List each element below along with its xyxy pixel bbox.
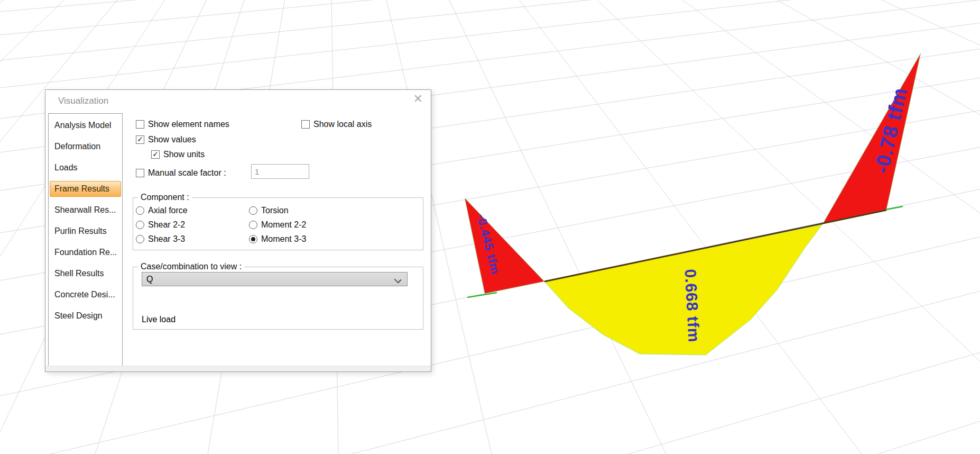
case-description: Live load xyxy=(142,315,175,324)
check-icon: ✓ xyxy=(152,150,159,158)
torsion-row: Torsion xyxy=(249,206,289,215)
moment-3-3-radio[interactable] xyxy=(249,235,257,243)
show-local-axis-row: ✓ Show local axis xyxy=(301,120,372,129)
manual-scale-factor-checkbox[interactable]: ✓ xyxy=(136,169,144,177)
dialog-title: Visualization xyxy=(58,96,108,106)
close-icon[interactable]: ✕ xyxy=(413,93,423,105)
show-element-names-label: Show element names xyxy=(148,120,229,129)
torsion-label: Torsion xyxy=(261,206,289,215)
moment-3-3-label: Moment 3-3 xyxy=(261,234,306,244)
show-units-checkbox[interactable]: ✓ xyxy=(151,150,160,159)
component-group-label: Component : xyxy=(138,193,192,202)
manual-scale-factor-label: Manual scale factor : xyxy=(148,168,226,178)
tab-steel-design[interactable]: Steel Design xyxy=(49,305,122,326)
tab-concrete-design[interactable]: Concrete Desi... xyxy=(49,284,122,305)
shear-2-2-row: Shear 2-2 xyxy=(136,220,185,230)
scale-factor-input[interactable] xyxy=(251,164,309,179)
dialog-bottom-strip xyxy=(45,366,431,371)
case-dropdown-value: Q xyxy=(146,275,153,284)
shear-2-2-radio[interactable] xyxy=(136,221,144,229)
shear-2-2-label: Shear 2-2 xyxy=(148,220,185,230)
show-local-axis-checkbox[interactable]: ✓ xyxy=(301,120,310,129)
tab-analysis-model[interactable]: Analysis Model xyxy=(49,115,122,136)
tab-deformation[interactable]: Deformation xyxy=(49,136,122,157)
shear-3-3-radio[interactable] xyxy=(136,235,144,243)
visualization-dialog: Visualization ✕ Analysis Model Deformati… xyxy=(45,89,431,372)
show-units-row: ✓ Show units xyxy=(151,150,205,159)
show-values-checkbox[interactable]: ✓ xyxy=(136,135,144,144)
support-tick-left xyxy=(467,293,497,297)
chevron-down-icon xyxy=(394,276,401,283)
tab-foundation-results[interactable]: Foundation Re... xyxy=(49,242,122,263)
app-canvas: -0.445 tfm 0.668 tfm -0.78 tfm Visualiza… xyxy=(0,0,980,454)
tab-list: Analysis Model Deformation Loads Frame R… xyxy=(48,113,123,366)
show-values-row: ✓ Show values xyxy=(136,135,196,144)
tab-shell-results[interactable]: Shell Results xyxy=(49,263,122,284)
axial-force-row: Axial force xyxy=(136,206,188,215)
case-combination-label: Case/combination to view : xyxy=(138,262,244,271)
torsion-radio[interactable] xyxy=(249,206,257,215)
case-dropdown[interactable]: Q xyxy=(142,272,408,286)
axial-force-label: Axial force xyxy=(148,206,188,215)
check-icon: ✓ xyxy=(137,135,143,143)
component-group: Component : Axial force Shear 2-2 Shear … xyxy=(133,197,423,250)
moment-2-2-radio[interactable] xyxy=(249,221,257,229)
axial-force-radio[interactable] xyxy=(136,206,144,215)
support-tick-right xyxy=(886,206,903,210)
shear-3-3-label: Shear 3-3 xyxy=(148,234,185,244)
case-combination-group: Case/combination to view : Q Live load xyxy=(133,267,423,330)
show-units-label: Show units xyxy=(163,150,205,159)
moment-3-3-row: Moment 3-3 xyxy=(249,234,306,244)
moment-region-negative-right xyxy=(823,53,921,223)
moment-2-2-row: Moment 2-2 xyxy=(249,220,306,230)
tab-loads[interactable]: Loads xyxy=(49,157,122,178)
shear-3-3-row: Shear 3-3 xyxy=(136,234,185,244)
moment-region-negative-left xyxy=(465,198,544,294)
moment-2-2-label: Moment 2-2 xyxy=(261,220,306,230)
tab-purlin-results[interactable]: Purlin Results xyxy=(49,221,122,242)
tab-shearwall-results[interactable]: Shearwall Res... xyxy=(49,199,122,221)
show-local-axis-label: Show local axis xyxy=(313,120,372,129)
show-element-names-checkbox[interactable]: ✓ xyxy=(136,120,144,129)
tab-frame-results[interactable]: Frame Results xyxy=(50,181,121,197)
show-element-names-row: ✓ Show element names xyxy=(136,120,229,129)
show-values-label: Show values xyxy=(148,135,196,144)
manual-scale-factor-row: ✓ Manual scale factor : xyxy=(136,168,226,178)
